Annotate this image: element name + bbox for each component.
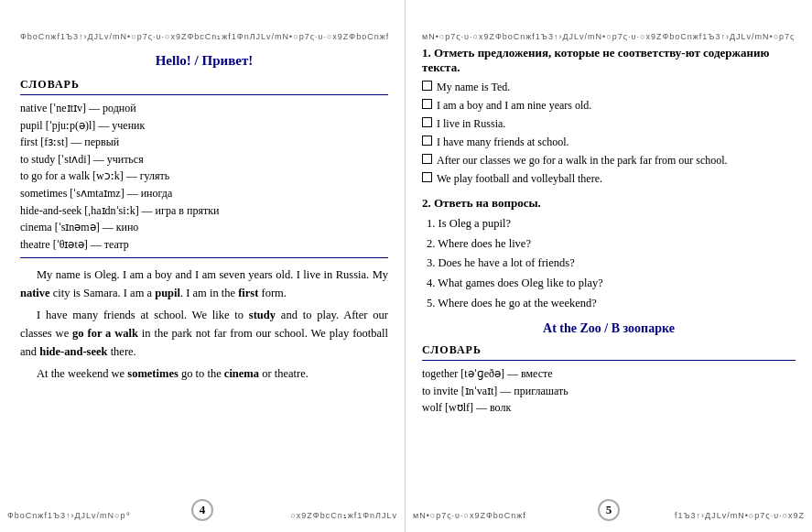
exercise-2: 2. Ответь на вопросы. 1. Is Oleg a pupil… (422, 196, 796, 312)
paragraph-1: My name is Oleg. I am a boy and I am sev… (20, 266, 388, 302)
vocab-item: cinema [ˈsɪnəmə] — кино (20, 219, 388, 236)
vocab-item: hide-and-seek [ˌhaɪdnˈsiːk] — игра в пря… (20, 202, 388, 220)
right-section-title: At the Zoo / В зоопарке (422, 321, 796, 336)
left-title: Hello! / Привет! (20, 53, 388, 69)
question-2: 2. Where does he live? (427, 234, 796, 254)
question-1: 1. Is Oleg a pupil? (427, 214, 796, 233)
checkbox-item-3: I live in Russia. (422, 115, 796, 132)
checkbox-label-1: My name is Ted. (437, 79, 510, 95)
paragraph-3: At the weekend we sometimes go to the ci… (20, 364, 388, 383)
checkbox-item-2: I am a boy and I am nine years old. (422, 97, 796, 114)
question-5: 5. Where does he go at the weekend? (427, 294, 796, 313)
checkbox-1[interactable] (422, 81, 432, 91)
checkbox-item-6: We play football and volleyball there. (422, 170, 796, 187)
bottom-border-left-text: ФboCnжf1Ъ3↑›ДJLv/mN○p⁹ (7, 506, 131, 525)
exercise-1-num: 1. Отметь предложения, которые не соотве… (422, 46, 796, 75)
divider-left (20, 94, 388, 95)
vocab-item: theatre [ˈθɪətə] — театр (20, 236, 388, 254)
right-page: мN•○p7ς·υ·○x9ZФboCnжf1Ъ3↑›ДJLv/mN•○p7ς·υ… (406, 0, 812, 532)
vocab-item: native [ˈneɪtɪv] — родной (20, 100, 388, 117)
left-page: ФboCnжf1Ъ3↑›ДJLv/mN•○p7ς·υ·○x9ZФbcCn₁жf1… (0, 0, 406, 532)
top-border-right: мN•○p7ς·υ·○x9ZФboCnжf1Ъ3↑›ДJLv/mN•○p7ς·υ… (422, 27, 796, 46)
checkbox-label-4: I have many friends at school. (437, 134, 569, 150)
questions-list: 1. Is Oleg a pupil? 2. Where does he liv… (427, 214, 796, 312)
bottom-border-right-text: мN•○p7ς·υ·○x9ZФboCnжf (413, 506, 526, 525)
question-4: 4. What games does Oleg like to play? (427, 274, 796, 293)
checkbox-4[interactable] (422, 136, 432, 146)
vocab-label-right: СЛОВАРЬ (422, 343, 796, 357)
divider-right (422, 360, 796, 361)
text-section: My name is Oleg. I am a boy and I am sev… (20, 266, 388, 383)
checkbox-item-5: After our classes we go for a walk in th… (422, 152, 796, 168)
checkbox-label-2: I am a boy and I am nine years old. (437, 97, 591, 114)
paragraph-2: I have many friends at school. We like t… (20, 306, 388, 361)
top-border-left: ФboCnжf1Ъ3↑›ДJLv/mN•○p7ς·υ·○x9ZФbcCn₁жf1… (20, 27, 388, 46)
checkbox-6[interactable] (422, 172, 432, 182)
vocab-item: first [fɜːst] — первый (20, 134, 388, 151)
vocab-label-left: СЛОВАРЬ (20, 78, 388, 92)
vocab-item-r1: together [təˈɡeðə] — вместе (422, 365, 796, 383)
vocab-item: sometimes [ˈsʌmtaɪmz] — иногда (20, 185, 388, 202)
checkbox-5[interactable] (422, 154, 432, 164)
exercise-2-num: 2. Ответь на вопросы. (422, 196, 796, 211)
page-number-right: 5 (598, 499, 620, 521)
question-3: 3. Does he have a lot of friends? (427, 254, 796, 273)
bottom-border-right-text2: f1Ъ3↑›ДJLv/mN•○p7ς·υ·○x9Z (675, 506, 805, 525)
checkbox-3[interactable] (422, 117, 432, 127)
checkbox-2[interactable] (422, 99, 432, 109)
bottom-border-left-text2: ○x9ZФbcCn₁жf1ФnЛJLv (290, 506, 397, 525)
vocab-item: to study [ˈstʌdi] — учиться (20, 151, 388, 168)
checkbox-item-4: I have many friends at school. (422, 134, 796, 150)
vocab-item: to go for a walk [wɔːk] — гулять (20, 168, 388, 185)
page-number-left: 4 (191, 499, 213, 521)
checkbox-label-3: I live in Russia. (437, 115, 505, 132)
vocab-item-r2: to invite [ɪnˈvaɪt] — приглашать (422, 383, 796, 400)
checkbox-item-1: My name is Ted. (422, 79, 796, 95)
divider-left-2 (20, 257, 388, 258)
vocab-section-left: СЛОВАРЬ native [ˈneɪtɪv] — родной pupil … (20, 78, 388, 258)
checkbox-label-5: After our classes we go for a walk in th… (437, 152, 728, 168)
vocab-item: pupil [ˈpjuːp(ə)l] — ученик (20, 117, 388, 135)
vocab-item-r3: wolf [wʊlf] — волк (422, 399, 796, 417)
checkbox-label-6: We play football and volleyball there. (437, 170, 602, 187)
right-vocab-section: СЛОВАРЬ together [təˈɡeðə] — вместе to i… (422, 343, 796, 417)
exercise-1: 1. Отметь предложения, которые не соотве… (422, 46, 796, 187)
